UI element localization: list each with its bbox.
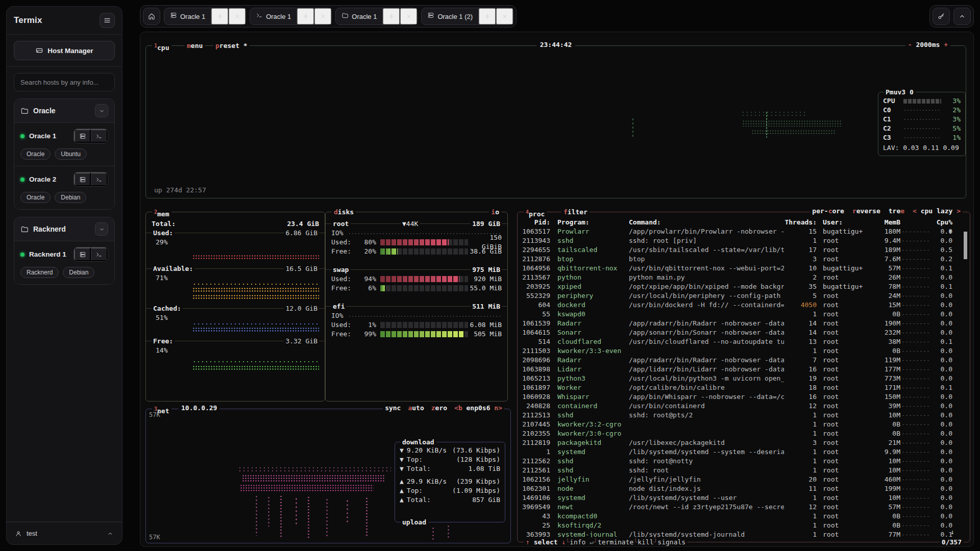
- process-row[interactable]: 1064615Sonarr/app/sonarr/bin/Sonarr -nob…: [522, 328, 966, 337]
- process-row[interactable]: 2294655tailscaled/usr/sbin/tailscaled --…: [522, 245, 966, 255]
- process-row[interactable]: 1060928Whisparr/app/bin/Whisparr --nobro…: [522, 392, 966, 402]
- process-row[interactable]: 2102355kworker/3:0-cgro1root0B0.0: [522, 429, 966, 438]
- process-row[interactable]: 1064956qbittorrent-nox/usr/bin/qbittorre…: [522, 264, 966, 273]
- app-title: Termix: [14, 15, 42, 26]
- tab-split-button[interactable]: [383, 8, 400, 24]
- select-down[interactable]: ↓: [561, 537, 566, 547]
- process-row[interactable]: 1063898Lidarr/app/lidarr/bin/Lidarr -nob…: [522, 365, 966, 374]
- update-interval-control[interactable]: - 2000ms +: [905, 41, 950, 48]
- tab-oracle-1-2-[interactable]: Oracle 1 (2): [421, 8, 513, 25]
- tab-close-button[interactable]: [400, 8, 417, 24]
- search-input[interactable]: [14, 73, 115, 91]
- tab-oracle-1[interactable]: Oracle 1: [250, 8, 332, 25]
- terminal-view[interactable]: 1cpu menu preset * 23:44:42 - 2000ms + u…: [140, 32, 974, 547]
- cpu-menu-button[interactable]: menu: [185, 41, 205, 51]
- open-server-stats-button[interactable]: [74, 247, 91, 261]
- process-row[interactable]: 1065213python3/usr/local/bin/python3 -m …: [522, 374, 966, 383]
- proc-sort-selector[interactable]: < cpu lazy >: [913, 207, 961, 215]
- host-item[interactable]: Oracle 2OracleDebian: [14, 166, 114, 209]
- open-terminal-button[interactable]: [91, 247, 108, 261]
- group-collapse-button[interactable]: [95, 222, 108, 236]
- net-zero-toggle[interactable]: zero: [431, 404, 447, 412]
- terminate-action[interactable]: terminate: [598, 537, 633, 547]
- disks-io-toggle[interactable]: io: [489, 207, 501, 217]
- process-row[interactable]: 2112561sshdsshd: root1root10M0.0: [522, 466, 966, 475]
- process-row[interactable]: 2112876btopbtop3root7.6M0.2: [522, 255, 966, 264]
- select-action[interactable]: select: [530, 537, 562, 547]
- tab-oracle-1[interactable]: Oracle 1: [164, 8, 246, 25]
- disks-box-title[interactable]: disks: [332, 207, 356, 217]
- process-row[interactable]: 1061539Radarr/app/radarr/bin/Radarr -nob…: [522, 319, 966, 328]
- ssh-keys-button[interactable]: [933, 8, 950, 25]
- host-item[interactable]: Oracle 1OracleUbuntu: [14, 122, 114, 166]
- proc-filter-button[interactable]: filter: [561, 207, 590, 217]
- process-cpu: 0.0: [930, 503, 952, 512]
- process-row[interactable]: 3969549newt/root/newt --id z3rtyep2175u8…: [522, 503, 966, 512]
- proc-table-header[interactable]: Pid: Program: Command: Threads: User: Me…: [522, 218, 966, 227]
- proc-scrollbar[interactable]: [964, 232, 967, 259]
- process-row[interactable]: 514cloudflared/usr/bin/cloudflared --no-…: [522, 337, 966, 346]
- tab-close-button[interactable]: [229, 8, 246, 24]
- net-sync-toggle[interactable]: sync: [385, 404, 401, 412]
- info-action[interactable]: info ↵: [570, 537, 594, 547]
- tab-close-button[interactable]: [496, 8, 513, 24]
- cpu-box-title[interactable]: 1cpu: [152, 41, 172, 53]
- process-row[interactable]: 55kswapd01root0B0.0: [522, 310, 966, 319]
- proc-sort-column[interactable]: Cpu% ↑: [930, 218, 952, 227]
- process-name: systemd: [550, 493, 626, 503]
- open-terminal-button[interactable]: [91, 172, 108, 186]
- upload-stat: ▲Top:(1.09 Mibps): [395, 486, 505, 495]
- proc-reverse-toggle[interactable]: reverse: [852, 207, 880, 215]
- process-row[interactable]: 2112513sshdsshd: root@pts/21root10M0.0: [522, 411, 966, 420]
- process-row[interactable]: 2113567pythonpython main.py2root26M0.0: [522, 273, 966, 282]
- net-auto-toggle[interactable]: auto: [408, 404, 424, 412]
- tab-split-button[interactable]: [479, 8, 496, 24]
- host-manager-button[interactable]: Host Manager: [14, 41, 115, 60]
- open-terminal-button[interactable]: [91, 129, 108, 143]
- open-server-stats-button[interactable]: [74, 129, 91, 143]
- select-up[interactable]: ↑: [526, 537, 530, 547]
- mem-box-title[interactable]: 2mem: [152, 207, 172, 219]
- net-interface-selector[interactable]: <b enp0s6 n>: [454, 404, 502, 412]
- sidebar-collapse-button[interactable]: [100, 13, 115, 28]
- process-row[interactable]: 2107445kworker/3:2-cgro1root0B0.0: [522, 420, 966, 429]
- process-row[interactable]: 1469106systemd/lib/systemd/systemd --use…: [522, 493, 966, 503]
- process-row[interactable]: 43kcompactd01root0B0.0: [522, 512, 966, 521]
- proc-percore-toggle[interactable]: per-core: [812, 207, 844, 215]
- core-name: C1: [883, 115, 900, 124]
- tab-split-button[interactable]: [297, 8, 314, 24]
- process-row[interactable]: 604dockerd/usr/bin/dockerd -H fd:// --co…: [522, 300, 966, 310]
- process-row[interactable]: 2098696Radarr/app/radarr/bin/Radarr -nob…: [522, 356, 966, 365]
- proc-tree-toggle[interactable]: tree: [889, 207, 904, 215]
- tab-split-button[interactable]: [211, 8, 228, 24]
- group-collapse-button[interactable]: [95, 104, 108, 117]
- process-row[interactable]: 203925xpiped/opt/xpipe/app/bin/xpiped --…: [522, 282, 966, 291]
- process-row[interactable]: 1062301nodenode dist/index.js11root199M0…: [522, 484, 966, 493]
- chevron-up-icon[interactable]: [107, 530, 114, 537]
- collapse-header-button[interactable]: [953, 8, 971, 25]
- signals-action[interactable]: signals: [657, 537, 685, 547]
- process-pid: 43: [522, 512, 550, 521]
- host-item[interactable]: Racknerd 1RacknerdDebian: [14, 241, 114, 284]
- process-row[interactable]: 2112819packagekitd/usr/libexec/packageki…: [522, 438, 966, 447]
- process-row[interactable]: 2113943sshdsshd: root [priv]1root9.4M0.0: [522, 236, 966, 245]
- host-group-header[interactable]: Racknerd: [14, 217, 114, 241]
- tab-close-button[interactable]: [314, 8, 331, 24]
- cpu-preset-button[interactable]: preset *: [213, 41, 250, 51]
- process-row[interactable]: 2111503kworker/3:3-even1root0B0.0: [522, 346, 966, 356]
- sidebar-footer[interactable]: test: [7, 522, 122, 544]
- host-group-header[interactable]: Oracle: [14, 99, 114, 122]
- proc-box-title[interactable]: 4proc: [524, 207, 547, 219]
- process-row[interactable]: 1061897Worker/opt/calibre/bin/calibre18r…: [522, 383, 966, 392]
- kill-action[interactable]: kill: [638, 537, 653, 547]
- process-row[interactable]: 1062156jellyfin/jellyfin/jellyfin20root4…: [522, 475, 966, 484]
- process-row[interactable]: 1063517Prowlarr/app/prowlarr/bin/Prowlar…: [522, 227, 966, 236]
- process-row[interactable]: 552329periphery/usr/local/bin/periphery …: [522, 291, 966, 300]
- process-row[interactable]: 240828containerd/usr/bin/containerd12roo…: [522, 402, 966, 411]
- process-row[interactable]: 25ksoftirqd/21root0B0.0: [522, 521, 966, 530]
- tab-oracle-1[interactable]: Oracle 1: [335, 8, 418, 25]
- home-button[interactable]: [143, 8, 160, 25]
- process-row[interactable]: 2112562sshdsshd: root@notty1root10M0.0: [522, 457, 966, 466]
- open-server-stats-button[interactable]: [74, 172, 91, 186]
- process-row[interactable]: 1systemd/lib/systemd/systemd --system --…: [522, 447, 966, 457]
